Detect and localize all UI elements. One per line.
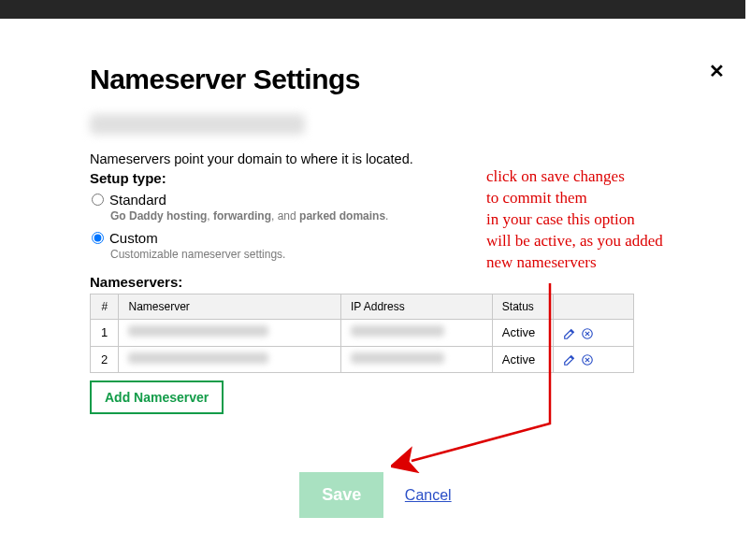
edit-icon[interactable] <box>563 353 576 366</box>
row-ip-redacted <box>340 346 492 373</box>
radio-custom[interactable] <box>92 232 104 244</box>
radio-standard-label: Standard <box>109 192 166 208</box>
dialog-footer: Save Cancel <box>0 472 751 518</box>
row-ns-redacted <box>119 346 340 373</box>
nameservers-label: Nameservers: <box>90 274 655 290</box>
domain-name-redacted <box>90 114 305 135</box>
table-row: 1 Active <box>91 320 634 347</box>
row-actions <box>553 320 633 347</box>
row-actions <box>553 346 633 373</box>
edit-icon[interactable] <box>563 327 576 340</box>
cancel-link[interactable]: Cancel <box>405 487 452 503</box>
close-icon[interactable]: ✕ <box>709 60 725 82</box>
row-ns-redacted <box>119 320 340 347</box>
row-ip-redacted <box>340 320 492 347</box>
th-ip: IP Address <box>340 294 492 320</box>
radio-custom-label: Custom <box>109 230 158 246</box>
table-row: 2 Active <box>91 346 634 373</box>
save-button[interactable]: Save <box>299 472 383 518</box>
intro-text: Nameservers point your domain to where i… <box>90 151 655 166</box>
row-status: Active <box>492 346 553 373</box>
th-status: Status <box>492 294 553 320</box>
th-nameserver: Nameserver <box>119 294 340 320</box>
top-bar <box>0 0 745 19</box>
row-num: 1 <box>91 320 119 347</box>
th-num: # <box>91 294 119 320</box>
dialog-title: Nameserver Settings <box>90 64 655 95</box>
add-nameserver-button[interactable]: Add Nameserver <box>90 381 224 414</box>
nameservers-table: # Nameserver IP Address Status 1 Active <box>90 294 634 373</box>
delete-icon[interactable] <box>581 327 594 340</box>
delete-icon[interactable] <box>581 353 594 366</box>
th-actions <box>553 294 633 320</box>
row-num: 2 <box>91 346 119 373</box>
annotation-text: click on save changes to commit them in … <box>486 166 729 274</box>
radio-standard[interactable] <box>92 194 104 206</box>
row-status: Active <box>492 320 553 347</box>
